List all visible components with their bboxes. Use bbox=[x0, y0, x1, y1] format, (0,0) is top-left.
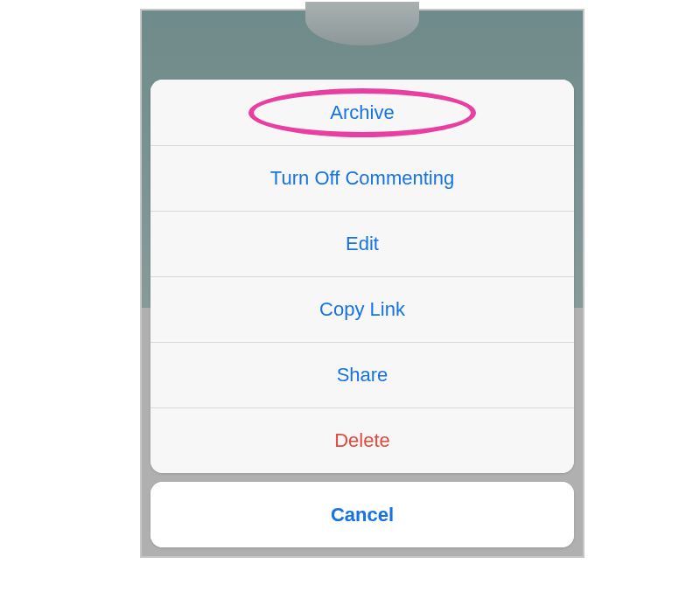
edit-label: Edit bbox=[346, 233, 379, 255]
delete-label: Delete bbox=[334, 429, 390, 452]
background-header-shape bbox=[305, 2, 419, 45]
phone-frame: Archive Turn Off Commenting Edit Copy Li… bbox=[140, 9, 584, 558]
action-sheet-container: Archive Turn Off Commenting Edit Copy Li… bbox=[150, 72, 574, 547]
cancel-label: Cancel bbox=[331, 504, 394, 526]
turn-off-commenting-label: Turn Off Commenting bbox=[270, 167, 454, 190]
copy-link-button[interactable]: Copy Link bbox=[150, 276, 574, 342]
edit-button[interactable]: Edit bbox=[150, 211, 574, 276]
turn-off-commenting-button[interactable]: Turn Off Commenting bbox=[150, 145, 574, 211]
archive-label: Archive bbox=[330, 101, 394, 124]
cancel-sheet: Cancel bbox=[150, 482, 574, 547]
cancel-button[interactable]: Cancel bbox=[150, 482, 574, 547]
archive-button[interactable]: Archive bbox=[150, 80, 574, 145]
delete-button[interactable]: Delete bbox=[150, 407, 574, 473]
share-label: Share bbox=[337, 364, 388, 387]
copy-link-label: Copy Link bbox=[319, 298, 405, 321]
share-button[interactable]: Share bbox=[150, 342, 574, 407]
action-sheet: Archive Turn Off Commenting Edit Copy Li… bbox=[150, 80, 574, 473]
